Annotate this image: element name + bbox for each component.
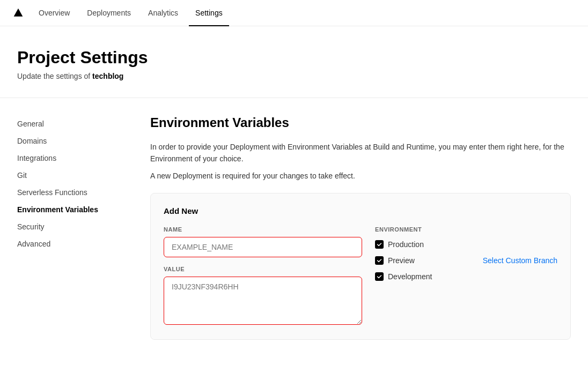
section-title: Environment Variables (150, 115, 571, 130)
value-input[interactable] (164, 277, 362, 325)
nav-item-settings[interactable]: Settings (189, 0, 229, 26)
sidebar: General Domains Integrations Git Serverl… (17, 115, 124, 340)
name-input[interactable] (164, 237, 362, 257)
env-preview-row: Preview Select Custom Branch (375, 256, 557, 265)
development-checkbox[interactable] (375, 272, 384, 281)
environment-section: ENVIRONMENT Production (375, 226, 557, 288)
project-name: techblog (92, 72, 123, 80)
top-nav: Overview Deployments Analytics Settings (0, 0, 588, 26)
form-row: NAME VALUE ENVIRONMENT (164, 226, 557, 326)
vercel-logo[interactable] (13, 8, 24, 18)
nav-item-analytics[interactable]: Analytics (142, 0, 185, 26)
preview-checkbox[interactable] (375, 256, 384, 265)
sidebar-item-integrations[interactable]: Integrations (17, 150, 124, 167)
description-2: A new Deployment is required for your ch… (150, 172, 571, 180)
name-label: NAME (164, 226, 362, 233)
main-layout: General Domains Integrations Git Serverl… (0, 98, 588, 357)
preview-label: Preview (388, 256, 415, 265)
sidebar-item-advanced[interactable]: Advanced (17, 235, 124, 252)
page-title: Project Settings (17, 48, 571, 68)
sidebar-item-domains[interactable]: Domains (17, 132, 124, 150)
sidebar-item-serverless[interactable]: Serverless Functions (17, 184, 124, 201)
page-header: Project Settings Update the settings of … (0, 26, 588, 98)
add-new-card: Add New NAME VALUE ENVIRONMENT (150, 193, 571, 340)
environment-label: ENVIRONMENT (375, 226, 557, 233)
sidebar-item-git[interactable]: Git (17, 167, 124, 184)
value-label: VALUE (164, 266, 362, 272)
env-production-row: Production (375, 240, 557, 249)
env-development-row: Development (375, 272, 557, 281)
value-field-group: VALUE (164, 266, 362, 326)
production-label: Production (388, 240, 424, 249)
sidebar-item-env-vars[interactable]: Environment Variables (17, 201, 124, 218)
add-new-title: Add New (164, 206, 557, 215)
name-field-group: NAME (164, 226, 362, 257)
content-area: Environment Variables In order to provid… (150, 115, 571, 340)
sidebar-item-general[interactable]: General (17, 115, 124, 132)
development-label: Development (388, 272, 432, 281)
production-checkbox[interactable] (375, 240, 384, 249)
nav-item-overview[interactable]: Overview (32, 0, 76, 26)
page-subtitle: Update the settings of techblog (17, 72, 571, 80)
description-1: In order to provide your Deployment with… (150, 141, 571, 165)
form-left: NAME VALUE (164, 226, 362, 326)
sidebar-item-security[interactable]: Security (17, 218, 124, 235)
select-custom-branch-link[interactable]: Select Custom Branch (483, 256, 557, 265)
nav-item-deployments[interactable]: Deployments (80, 0, 137, 26)
